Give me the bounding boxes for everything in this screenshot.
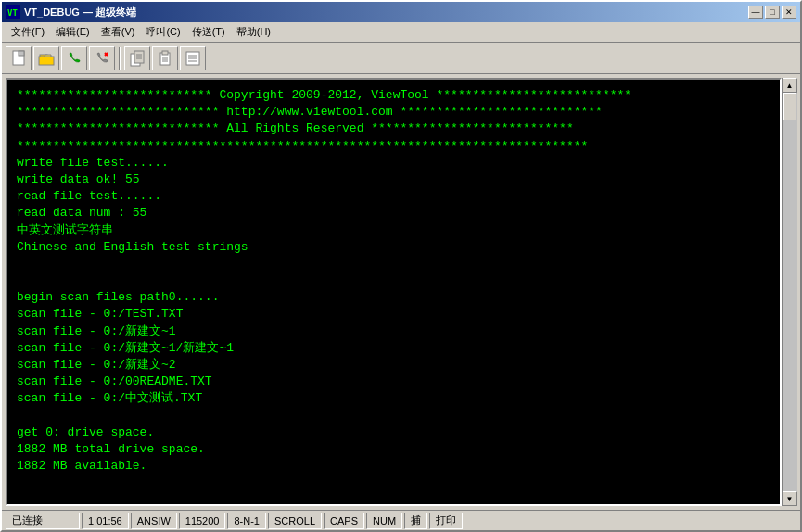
titlebar-buttons: — □ ✕	[748, 6, 796, 19]
menu-transfer[interactable]: 传送(T)	[186, 23, 231, 42]
scrollbar: ▲ ▼	[782, 78, 796, 506]
paste-button[interactable]	[152, 46, 178, 70]
scrollbar-track[interactable]	[783, 93, 797, 491]
main-window: VT VT_DEBUG — 超级终端 — □ ✕ 文件(F) 编辑(E) 查看(…	[0, 0, 802, 532]
menu-file[interactable]: 文件(F)	[6, 23, 50, 42]
status-caps: CAPS	[324, 513, 364, 529]
svg-rect-3	[19, 51, 24, 56]
close-button[interactable]: ✕	[782, 6, 796, 19]
status-capture: 捕	[404, 513, 427, 529]
copy-button[interactable]	[124, 46, 150, 70]
disconnect-button[interactable]	[89, 46, 115, 70]
menu-view[interactable]: 查看(V)	[95, 23, 141, 42]
menu-edit[interactable]: 编辑(E)	[50, 23, 95, 42]
minimize-button[interactable]: —	[748, 6, 763, 19]
phone-button[interactable]	[61, 46, 87, 70]
statusbar: 已连接 1:01:56 ANSIW 115200 8-N-1 SCROLL CA…	[2, 510, 800, 530]
scroll-down-button[interactable]: ▼	[783, 491, 797, 506]
status-scroll: SCROLL	[268, 513, 322, 529]
status-mode: ANSIW	[131, 513, 177, 529]
toolbar-separator-1	[119, 47, 121, 70]
terminal-container: *************************** Copyright 20…	[2, 74, 800, 510]
window-title: VT_DEBUG — 超级终端	[24, 6, 136, 19]
menubar: 文件(F) 编辑(E) 查看(V) 呼叫(C) 传送(T) 帮助(H)	[2, 22, 800, 43]
status-connection: 已连接	[6, 513, 80, 529]
svg-text:VT: VT	[7, 8, 18, 18]
status-print: 打印	[429, 513, 463, 529]
terminal-output[interactable]: *************************** Copyright 20…	[6, 78, 782, 506]
scroll-up-button[interactable]: ▲	[783, 78, 797, 93]
toolbar	[2, 43, 800, 74]
menu-call[interactable]: 呼叫(C)	[140, 23, 185, 42]
svg-rect-15	[162, 51, 168, 55]
titlebar-left: VT VT_DEBUG — 超级终端	[6, 5, 136, 19]
app-icon: VT	[6, 5, 20, 19]
titlebar: VT VT_DEBUG — 超级终端 — □ ✕	[2, 2, 800, 22]
status-num: NUM	[366, 513, 402, 529]
status-protocol: 8-N-1	[227, 513, 266, 529]
new-button[interactable]	[6, 46, 32, 70]
svg-rect-6	[39, 57, 54, 65]
properties-button[interactable]	[180, 46, 206, 70]
maximize-button[interactable]: □	[765, 6, 780, 19]
status-time: 1:01:56	[82, 513, 129, 529]
scrollbar-thumb[interactable]	[783, 93, 796, 120]
open-button[interactable]	[33, 46, 59, 70]
status-baud: 115200	[179, 513, 226, 529]
menu-help[interactable]: 帮助(H)	[231, 23, 276, 42]
